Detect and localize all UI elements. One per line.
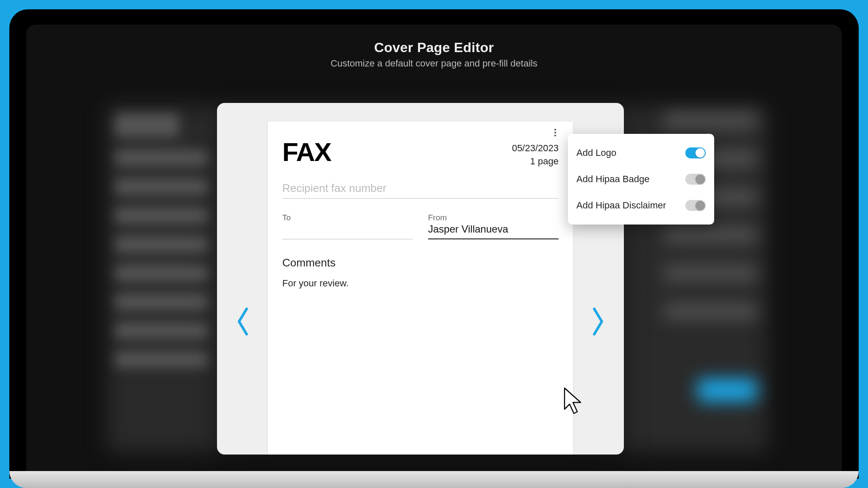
cover-page-count: 1 page	[512, 155, 559, 168]
prev-template-button[interactable]	[235, 306, 251, 338]
sidebar-blur	[115, 114, 209, 402]
device-frame: Cover Page Editor Customize a default co…	[9, 9, 859, 479]
option-label: Add Logo	[576, 147, 616, 158]
to-label: To	[282, 213, 413, 222]
toggle-add-hipaa-badge[interactable]	[685, 174, 706, 185]
comments-text[interactable]: For your review.	[282, 278, 559, 289]
cover-page-preview: FAX 05/23/2023 1 page Recipient fax numb…	[268, 122, 573, 455]
cover-date: 05/23/2023	[512, 142, 559, 155]
cover-meta: 05/23/2023 1 page	[512, 142, 559, 168]
from-value: Jasper Villanueva	[428, 223, 559, 236]
from-field[interactable]: From Jasper Villanueva	[428, 213, 559, 239]
to-value	[282, 223, 413, 236]
option-add-hipaa-disclaimer: Add Hipaa Disclaimer	[576, 192, 706, 219]
toggle-add-hipaa-disclaimer[interactable]	[685, 200, 706, 211]
device-base	[9, 471, 859, 488]
page-subtitle: Customize a default cover page and pre-f…	[26, 58, 842, 69]
option-label: Add Hipaa Disclaimer	[576, 200, 666, 211]
option-add-hipaa-badge: Add Hipaa Badge	[576, 166, 706, 192]
screen: Cover Page Editor Customize a default co…	[26, 25, 842, 479]
from-label: From	[428, 213, 559, 222]
option-label: Add Hipaa Badge	[576, 174, 649, 185]
chevron-right-icon	[590, 306, 606, 337]
options-popover: Add Logo Add Hipaa Badge Add Hipaa Discl…	[568, 134, 714, 225]
toggle-add-logo[interactable]	[685, 147, 706, 158]
more-options-button[interactable]	[550, 128, 560, 138]
option-add-logo: Add Logo	[576, 140, 706, 166]
comments-label: Comments	[282, 256, 559, 269]
cover-page-editor: FAX 05/23/2023 1 page Recipient fax numb…	[217, 103, 624, 455]
to-field[interactable]: To	[282, 213, 413, 239]
page-header: Cover Page Editor Customize a default co…	[26, 25, 842, 69]
recipient-fax-input[interactable]: Recipient fax number	[282, 182, 559, 199]
chevron-left-icon	[235, 306, 251, 337]
page-title: Cover Page Editor	[26, 40, 842, 55]
next-template-button[interactable]	[590, 306, 606, 338]
fax-logo: FAX	[282, 137, 331, 167]
